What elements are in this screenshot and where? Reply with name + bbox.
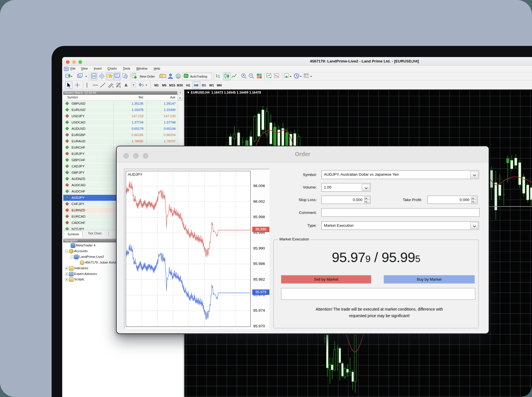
svg-text:AutoTrading: AutoTrading	[190, 75, 207, 78]
svg-text:M1: M1	[154, 84, 159, 87]
svg-text:−: −	[250, 74, 252, 77]
svg-text:M30: M30	[177, 84, 183, 87]
svg-text:T: T	[133, 83, 135, 87]
svg-text:E: E	[112, 86, 114, 88]
svg-text:F: F	[120, 86, 121, 88]
svg-text:New Order: New Order	[140, 75, 155, 78]
svg-text:W1: W1	[209, 84, 214, 87]
svg-text:H4: H4	[194, 84, 198, 87]
svg-text:H1: H1	[186, 84, 190, 87]
svg-text:M15: M15	[169, 84, 175, 87]
svg-text:+: +	[243, 74, 244, 77]
svg-text:M5: M5	[162, 84, 166, 87]
svg-text:A: A	[125, 83, 127, 88]
svg-text:MN: MN	[217, 84, 222, 87]
svg-text:D1: D1	[202, 84, 206, 87]
